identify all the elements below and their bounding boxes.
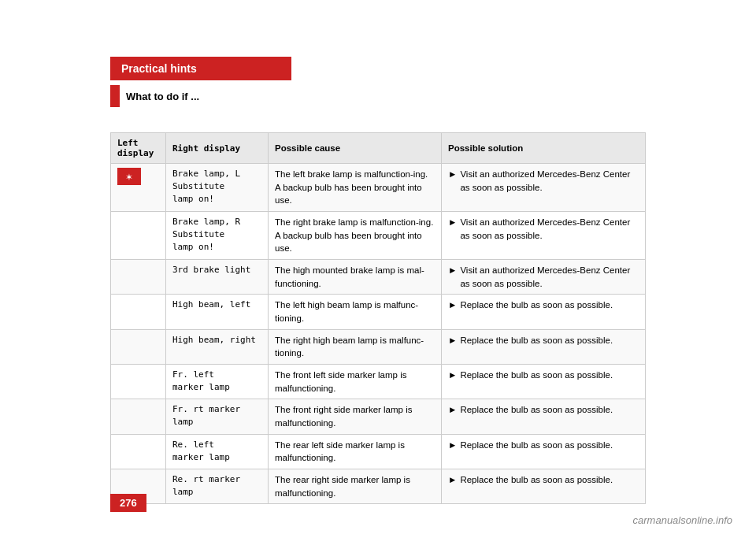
lamp-warning-icon: ✶: [117, 168, 141, 185]
lamp-table: Left display Right display Possible caus…: [110, 132, 646, 504]
arrow-icon-7: ►: [448, 403, 457, 417]
table-row: 3rd brake light The high mounted brake l…: [111, 260, 646, 295]
right-display-cell-2: Brake lamp, RSubstitutelamp on!: [166, 212, 269, 260]
possible-cause-cell-3: The high mounted brake lamp is mal-funct…: [269, 260, 442, 295]
possible-solution-cell-6: ► Replace the bulb as soon as possible.: [442, 365, 646, 399]
page-number-box: 276: [110, 494, 146, 512]
possible-solution-cell-9: ► Replace the bulb as soon as possible.: [442, 469, 646, 504]
possible-solution-cell-5: ► Replace the bulb as soon as possible.: [442, 329, 646, 364]
solution-text-1: Visit an authorized Mercedes-Benz Center…: [460, 168, 639, 194]
possible-cause-cell-4: The left high beam lamp is malfunc-tioni…: [269, 295, 442, 329]
possible-solution-cell-8: ► Replace the bulb as soon as possible.: [442, 434, 646, 469]
left-display-cell-5: [111, 329, 166, 364]
arrow-icon-2: ►: [448, 216, 457, 242]
practical-hints-bar: Practical hints: [110, 57, 291, 80]
solution-text-7: Replace the bulb as soon as possible.: [460, 403, 613, 417]
arrow-icon-5: ►: [448, 334, 457, 347]
possible-solution-cell-7: ► Replace the bulb as soon as possible.: [442, 399, 646, 434]
table-container: Left display Right display Possible caus…: [110, 132, 646, 504]
col-right-display: Right display: [166, 133, 269, 164]
practical-hints-label: Practical hints: [121, 62, 197, 75]
col-possible-cause: Possible cause: [269, 133, 442, 164]
arrow-icon-3: ►: [448, 264, 457, 290]
right-display-cell-4: High beam, left: [166, 295, 269, 329]
possible-cause-cell-5: The right high beam lamp is malfunc-tion…: [269, 329, 442, 364]
page-number: 276: [120, 497, 137, 509]
solution-text-2: Visit an authorized Mercedes-Benz Center…: [460, 216, 639, 242]
table-row: ✶ Brake lamp, LSubstitutelamp on! The le…: [111, 164, 646, 212]
table-row: Re. rt marker lamp The rear right side m…: [111, 469, 646, 504]
solution-text-4: Replace the bulb as soon as possible.: [460, 299, 613, 312]
table-row: High beam, left The left high beam lamp …: [111, 295, 646, 329]
left-display-cell-6: [111, 365, 166, 399]
what-to-do-row: What to do if ...: [110, 85, 291, 107]
possible-solution-cell-1: ► Visit an authorized Mercedes-Benz Cent…: [442, 164, 646, 212]
possible-cause-cell-2: The right brake lamp is malfunction-ing.…: [269, 212, 442, 260]
arrow-icon-8: ►: [448, 439, 457, 452]
left-display-cell-2: [111, 212, 166, 260]
solution-text-3: Visit an authorized Mercedes-Benz Center…: [460, 264, 639, 290]
table-row: Brake lamp, RSubstitutelamp on! The righ…: [111, 212, 646, 260]
right-display-cell-1: Brake lamp, LSubstitutelamp on!: [166, 164, 269, 212]
col-left-display: Left display: [111, 133, 166, 164]
col-possible-solution: Possible solution: [442, 133, 646, 164]
solution-text-9: Replace the bulb as soon as possible.: [460, 473, 613, 487]
table-row: Re. leftmarker lamp The rear left side m…: [111, 434, 646, 469]
red-square-decoration: [110, 85, 120, 107]
right-display-cell-8: Re. leftmarker lamp: [166, 434, 269, 469]
right-display-cell-5: High beam, right: [166, 329, 269, 364]
possible-cause-cell-9: The rear right side marker lamp is malfu…: [269, 469, 442, 504]
header-section: Practical hints What to do if ...: [110, 57, 291, 107]
watermark: carmanualsonline.info: [633, 514, 732, 526]
solution-text-6: Replace the bulb as soon as possible.: [460, 369, 613, 382]
possible-cause-cell-7: The front right side marker lamp is malf…: [269, 399, 442, 434]
left-display-cell-4: [111, 295, 166, 329]
table-row: High beam, right The right high beam lam…: [111, 329, 646, 364]
arrow-icon-9: ►: [448, 473, 457, 487]
table-row: Fr. leftmarker lamp The front left side …: [111, 365, 646, 399]
page-wrapper: Practical hints What to do if ... Left d…: [0, 0, 756, 534]
table-row: Fr. rt marker lamp The front right side …: [111, 399, 646, 434]
left-display-cell-1: ✶: [111, 164, 166, 212]
possible-solution-cell-3: ► Visit an authorized Mercedes-Benz Cent…: [442, 260, 646, 295]
what-to-do-label: What to do if ...: [126, 91, 199, 102]
right-display-cell-9: Re. rt marker lamp: [166, 469, 269, 504]
left-display-cell-7: [111, 399, 166, 434]
table-header-row: Left display Right display Possible caus…: [111, 133, 646, 164]
arrow-icon-1: ►: [448, 168, 457, 194]
solution-text-8: Replace the bulb as soon as possible.: [460, 439, 613, 452]
arrow-icon-4: ►: [448, 299, 457, 312]
possible-solution-cell-2: ► Visit an authorized Mercedes-Benz Cent…: [442, 212, 646, 260]
left-display-cell-3: [111, 260, 166, 295]
right-display-cell-7: Fr. rt marker lamp: [166, 399, 269, 434]
right-display-cell-6: Fr. leftmarker lamp: [166, 365, 269, 399]
arrow-icon-6: ►: [448, 369, 457, 382]
possible-cause-cell-1: The left brake lamp is malfunction-ing. …: [269, 164, 442, 212]
left-display-cell-8: [111, 434, 166, 469]
right-display-cell-3: 3rd brake light: [166, 260, 269, 295]
possible-cause-cell-6: The front left side marker lamp is malfu…: [269, 365, 442, 399]
solution-text-5: Replace the bulb as soon as possible.: [460, 334, 613, 347]
possible-solution-cell-4: ► Replace the bulb as soon as possible.: [442, 295, 646, 329]
possible-cause-cell-8: The rear left side marker lamp is malfun…: [269, 434, 442, 469]
